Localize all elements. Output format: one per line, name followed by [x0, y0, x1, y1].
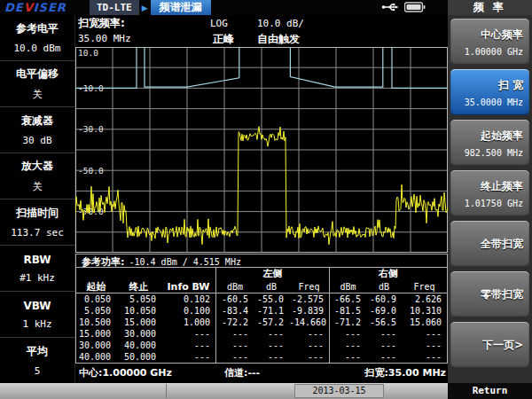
- reference-power: 参考功率: -10.4 dBm / 4.515 MHz: [76, 254, 447, 267]
- table-column-header: dBm: [329, 280, 366, 293]
- table-cell: 0.050: [76, 293, 116, 305]
- table-cell: 10.500: [76, 317, 116, 328]
- table-cell: ---: [402, 340, 447, 351]
- table-cell: 2.626: [402, 293, 447, 305]
- table-cell: -55.0: [254, 293, 289, 305]
- table-column-header: dB: [366, 280, 402, 293]
- status-bar: 2013-03-15 17:21:15: [0, 383, 448, 399]
- sidebar-item: 放大器关: [0, 153, 74, 200]
- right-panel-title: 频 率: [448, 0, 532, 15]
- table-cell: 40.000: [116, 340, 161, 351]
- table-cell: -71.2: [329, 317, 366, 328]
- top-bar: DEVISER TD-LTE ▶ 频谱泄漏 频 率: [0, 0, 532, 15]
- table-column-header: 起始: [76, 280, 116, 293]
- table-cell: ---: [254, 351, 289, 363]
- table-cell: ---: [289, 328, 329, 340]
- table-cell: ---: [161, 340, 215, 351]
- timestamp: 2013-03-15 17:21:15: [294, 384, 384, 398]
- sidebar-item-value: 30 dB: [22, 135, 51, 146]
- sidebar-item-label: 衰减器: [21, 113, 53, 129]
- footer-span: 扫宽:35.00 MHz: [364, 366, 446, 379]
- sidebar-item-value: 113.7 sec: [11, 227, 64, 239]
- table-cell: ---: [215, 340, 254, 351]
- softkey-label: 下一页>: [482, 338, 523, 353]
- table-cell: ---: [161, 351, 215, 363]
- table-cell: 15.060: [402, 317, 447, 328]
- softkey-1[interactable]: 中心频率1.00000 GHz: [450, 19, 529, 65]
- table-cell: 0.100: [161, 305, 215, 317]
- return-button[interactable]: Return: [448, 383, 532, 399]
- sidebar-item-value: 1 kHz: [22, 318, 51, 330]
- sidebar-item-label: 平均: [27, 344, 48, 359]
- table-cell: 50.000: [116, 351, 161, 363]
- table-group-header: 右侧: [329, 268, 447, 280]
- table-cell: -71.1: [254, 305, 289, 317]
- reference-power-value: -10.4 dBm / 4.515 MHz: [129, 257, 241, 267]
- measurement-box: 参考功率: -10.4 dBm / 4.515 MHz 左侧右侧起始终止Info…: [75, 254, 448, 364]
- table-cell: ---: [254, 340, 289, 351]
- table-cell: 40.000: [76, 351, 116, 363]
- table-cell: -14.660: [289, 317, 329, 328]
- table-cell: 30.000: [116, 328, 161, 340]
- sidebar-item: 平均5: [0, 338, 74, 383]
- table-column-header: Info BW: [161, 280, 215, 293]
- logo-text: DE: [4, 1, 24, 14]
- table-cell: -66.5: [329, 293, 366, 305]
- softkey-value: 982.500 MHz: [465, 148, 523, 158]
- footer-bar: 中心:1.00000 GHz 信道:--- 扫宽:35.00 MHz: [75, 364, 448, 383]
- table-cell: 5.050: [116, 293, 161, 305]
- softkey-2[interactable]: 扫 宽35.0000 MHz: [450, 69, 529, 115]
- table-cell: -69.0: [366, 305, 402, 317]
- table-cell: 30.000: [76, 340, 116, 351]
- left-sidebar: 参考电平10.0 dBm电平偏移关衰减器30 dB放大器关扫描时间113.7 s…: [0, 15, 75, 383]
- battery-icon: [404, 2, 426, 12]
- status-divider: [166, 384, 167, 398]
- logo-text-2: ISER: [34, 1, 66, 14]
- sidebar-item-value: 关: [33, 88, 43, 101]
- softkey-3[interactable]: 起始频率982.500 MHz: [450, 120, 529, 166]
- sidebar-item: 扫描时间113.7 sec: [0, 200, 74, 246]
- sidebar-item-label: 参考电平: [16, 21, 59, 36]
- brand-logo: DEVISER: [0, 1, 90, 14]
- table-cell: 15.000: [116, 317, 161, 328]
- chevron-right-icon: ▶: [139, 4, 151, 12]
- softkey-7[interactable]: 下一页>: [450, 322, 529, 368]
- table-cell: ---: [329, 351, 366, 363]
- sidebar-item-value: 10.0 dBm: [14, 43, 61, 54]
- table-cell: -60.5: [215, 293, 254, 305]
- sweep-freq-label: 扫宽频率:: [78, 16, 125, 31]
- table-cell: ---: [366, 328, 402, 340]
- softkey-label: 全带扫宽: [481, 237, 523, 252]
- table-group-header: 左侧: [215, 268, 329, 280]
- table-column-header: dB: [254, 280, 289, 293]
- sidebar-item-value: 5: [35, 365, 41, 377]
- table-cell: ---: [366, 351, 402, 363]
- table-cell: 5.050: [76, 305, 116, 317]
- softkey-value: 1.00000 GHz: [465, 47, 523, 57]
- softkey-value: 1.01750 GHz: [465, 199, 523, 208]
- softkey-panel: 中心频率1.00000 GHz扫 宽35.0000 MHz起始频率982.500…: [448, 15, 532, 383]
- y-axis-tick-label: 10.0: [78, 48, 98, 58]
- chart-header: 扫宽频率: 35.00 MHz LOG 10.0 dB/ 正峰 自由触发: [75, 15, 448, 47]
- segment-table: 左侧右侧起始终止Info BWdBmdBFreqdBmdBFreq0.0505.…: [76, 267, 447, 363]
- table-cell: -57.2: [254, 317, 289, 328]
- table-cell: ---: [254, 328, 289, 340]
- softkey-4[interactable]: 终止频率1.01750 GHz: [450, 170, 529, 216]
- tab-td-lte[interactable]: TD-LTE: [90, 0, 139, 15]
- table-cell: ---: [402, 351, 447, 363]
- softkey-6[interactable]: 零带扫宽: [450, 271, 529, 317]
- softkey-label: 终止频率: [481, 179, 523, 194]
- table-cell: ---: [215, 351, 254, 363]
- tab-spectrum-leakage[interactable]: 频谱泄漏: [151, 0, 211, 15]
- footer-channel: 信道:---: [224, 366, 260, 379]
- y-axis-tick-label: -30.0: [78, 124, 104, 134]
- softkey-label: 中心频率: [481, 27, 523, 43]
- table-cell: 1.000: [161, 317, 215, 328]
- detector-mode: 正峰: [213, 32, 234, 47]
- softkey-5[interactable]: 全带扫宽: [450, 221, 529, 267]
- table-group-blank: [76, 268, 215, 280]
- sidebar-item-value: #1 kHz: [20, 272, 55, 284]
- table-cell: ---: [215, 328, 254, 340]
- sidebar-item-label: 扫描时间: [16, 206, 59, 221]
- table-column-header: 终止: [116, 280, 161, 293]
